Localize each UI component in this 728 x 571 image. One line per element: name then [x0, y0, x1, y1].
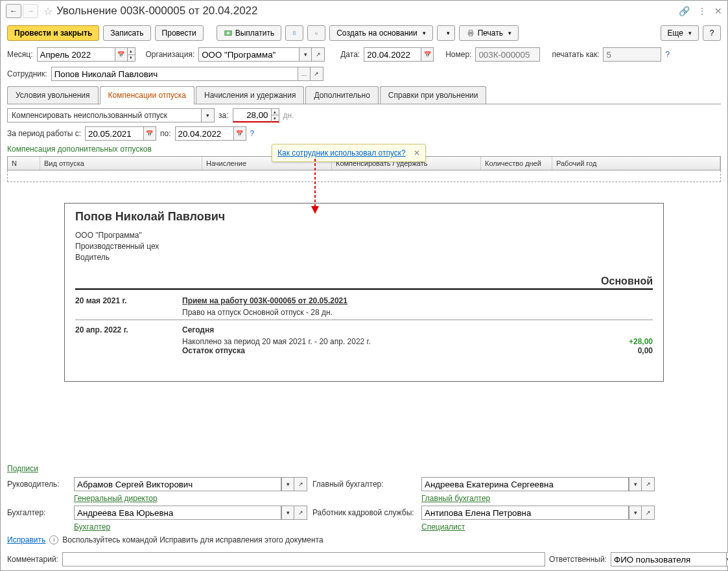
employee-select-icon[interactable]: … [298, 67, 311, 81]
period-to-label: по: [160, 129, 171, 138]
attachment-button[interactable] [307, 25, 325, 41]
fix-link[interactable]: Исправить [7, 535, 45, 544]
help-button[interactable]: ? [703, 25, 721, 41]
acc-input[interactable] [74, 506, 281, 520]
col-type: Вид отпуска [40, 157, 202, 170]
acc-label: Бухгалтер: [7, 508, 69, 517]
nav-back-button[interactable]: ← [6, 4, 21, 18]
manager-dd-icon[interactable]: ▾ [281, 477, 294, 491]
acc-open-icon[interactable]: ↗ [294, 506, 307, 520]
report-org: ООО "Программа" [75, 230, 653, 241]
clip-icon [314, 29, 318, 38]
number-label: Номер: [445, 50, 471, 59]
vacation-report: Попов Николай Павлович ООО "Программа" П… [64, 203, 664, 382]
document-icon [292, 29, 296, 38]
org-input[interactable] [198, 47, 299, 62]
period-from-input[interactable] [85, 126, 143, 141]
svg-rect-4 [469, 30, 472, 32]
create-based-button[interactable]: Создать на основании [329, 25, 433, 41]
signatures-toggle[interactable]: Подписи [7, 464, 721, 473]
hr-input[interactable] [421, 506, 629, 520]
window-title: Увольнение 003К-000005 от 20.04.2022 [56, 5, 679, 17]
org-open-icon[interactable]: ↗ [312, 47, 325, 62]
money-icon [224, 29, 233, 38]
vacation-usage-link[interactable]: Как сотрудник использовал отпуск? [277, 148, 406, 157]
days-up-icon[interactable]: ▴ [272, 109, 279, 115]
month-up-icon[interactable]: ▴ [128, 48, 135, 55]
report-event1: Прием на работу 003К-000065 от 20.05.202… [182, 296, 347, 305]
folder-dd-button[interactable] [437, 25, 455, 41]
period-to-calendar-icon[interactable]: 📅 [233, 126, 246, 141]
days-down-icon[interactable]: ▾ [272, 115, 279, 121]
svg-rect-5 [469, 34, 472, 36]
report-accum-value: +28,00 [629, 337, 653, 346]
days-input[interactable] [233, 108, 272, 122]
manager-input[interactable] [74, 477, 281, 491]
chief-acc-role-link[interactable]: Главный бухгалтер [421, 494, 655, 503]
tab-conditions[interactable]: Условия увольнения [7, 86, 99, 104]
period-from-calendar-icon[interactable]: 📅 [143, 126, 156, 141]
nav-forward-button[interactable]: → [23, 4, 38, 18]
link-icon[interactable]: 🔗 [679, 6, 690, 16]
date-calendar-icon[interactable]: 📅 [421, 47, 434, 62]
compensation-mode-select[interactable]: Компенсировать неиспользованный отпуск [7, 108, 202, 122]
col-n: N [8, 157, 40, 170]
period-help-icon[interactable]: ? [250, 129, 255, 138]
manager-open-icon[interactable]: ↗ [294, 477, 307, 491]
print-as-help-icon[interactable]: ? [665, 50, 670, 59]
chief-acc-dd-icon[interactable]: ▾ [629, 477, 642, 491]
date-input[interactable] [364, 47, 421, 62]
employee-input[interactable] [51, 67, 298, 81]
tab-additional[interactable]: Дополнительно [305, 86, 378, 104]
hr-role-link[interactable]: Специалист [421, 522, 655, 531]
report-position: Водитель [75, 252, 653, 263]
period-from-label: За период работы с: [7, 129, 81, 138]
post-button[interactable]: Провести [155, 25, 204, 41]
compensation-mode-dd-icon[interactable]: ▾ [202, 108, 215, 122]
kebab-menu-icon[interactable]: ⋮ [698, 6, 707, 16]
info-icon: i [49, 535, 58, 544]
chief-acc-open-icon[interactable]: ↗ [642, 477, 655, 491]
tooltip-close-icon[interactable]: ✕ [414, 148, 420, 157]
acc-dd-icon[interactable]: ▾ [281, 506, 294, 520]
payout-button[interactable]: Выплатить [217, 25, 282, 41]
month-calendar-icon[interactable]: 📅 [115, 47, 128, 62]
report-balance-label: Остаток отпуска [182, 346, 245, 355]
employee-label: Сотрудник: [7, 69, 47, 78]
for-label: за: [218, 111, 229, 120]
employee-open-icon[interactable]: ↗ [311, 67, 323, 81]
tab-compensation[interactable]: Компенсации отпуска [100, 86, 194, 104]
favorite-star-icon[interactable]: ☆ [43, 5, 53, 17]
document-icon-button[interactable] [285, 25, 303, 41]
comment-input[interactable] [62, 552, 545, 566]
report-desc1: Право на отпуск Основной отпуск - 28 дн. [182, 308, 653, 317]
report-date2: 20 апр. 2022 г. [75, 325, 182, 334]
print-as-label: печатать как: [552, 50, 599, 59]
save-button[interactable]: Записать [103, 25, 150, 41]
chief-acc-input[interactable] [421, 477, 629, 491]
month-down-icon[interactable]: ▾ [128, 55, 135, 62]
manager-role-link[interactable]: Генеральный директор [74, 494, 307, 503]
month-input[interactable] [37, 47, 115, 62]
period-to-input[interactable] [175, 126, 233, 141]
org-dd-icon[interactable]: ▾ [299, 47, 312, 62]
hr-dd-icon[interactable]: ▾ [629, 506, 642, 520]
print-as-input [603, 47, 661, 62]
hr-open-icon[interactable]: ↗ [642, 506, 655, 520]
vacation-usage-tooltip: Как сотрудник использовал отпуск? ✕ [272, 144, 426, 162]
svg-rect-2 [293, 32, 296, 35]
print-button[interactable]: Печать [459, 25, 519, 41]
acc-role-link[interactable]: Бухгалтер [74, 522, 307, 531]
month-label: Месяц: [7, 50, 33, 59]
more-button[interactable]: Еще [661, 25, 699, 41]
tab-references[interactable]: Справки при увольнении [380, 86, 487, 104]
grid-body[interactable] [7, 170, 721, 182]
responsible-input[interactable] [611, 552, 726, 566]
responsible-label: Ответственный: [549, 555, 607, 564]
tab-accruals[interactable]: Начисления и удержания [196, 86, 304, 104]
printer-icon [466, 29, 475, 38]
close-icon[interactable]: ✕ [714, 6, 722, 16]
post-and-close-button[interactable]: Провести и закрыть [7, 25, 99, 41]
report-dept: Производственный цех [75, 241, 653, 252]
days-unit: дн. [283, 111, 294, 120]
